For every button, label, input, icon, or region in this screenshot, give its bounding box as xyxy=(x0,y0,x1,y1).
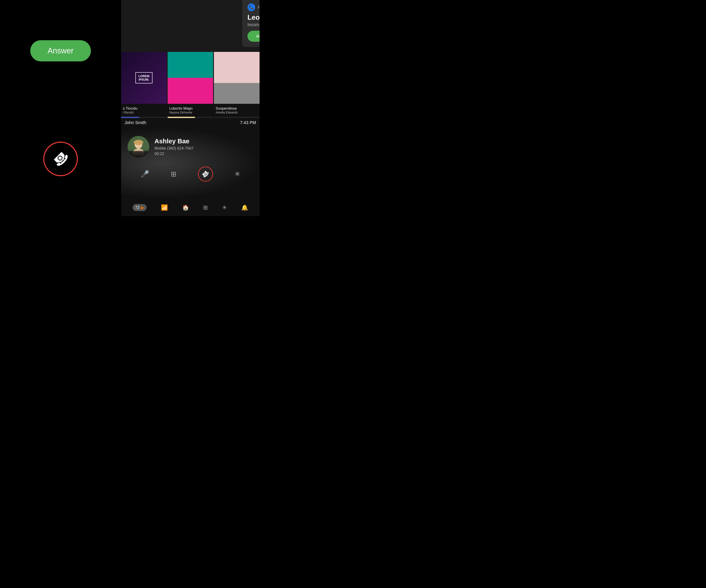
bottom-nav: 72 ▶ 📶 🏠 ⊞ ✳ 🔔 xyxy=(121,199,260,216)
notif-answer-button[interactable]: Answer xyxy=(247,31,260,42)
caller-avatar xyxy=(128,136,149,158)
card-title-main-1: s Tincidu xyxy=(123,107,165,111)
card-title-main-3: Suspendisse xyxy=(215,107,258,111)
notif-caller-name: Leon Hunt xyxy=(247,13,260,22)
caller-number: Mobile (360) 624-7567 xyxy=(154,146,253,151)
end-call-icon: ☎ xyxy=(50,149,71,169)
left-panel: Answer ☎ xyxy=(0,0,121,216)
card-title-main-2: Lobortis Magn xyxy=(169,107,211,111)
nav-badge-number: 72 xyxy=(135,205,140,210)
notif-buttons: Answer Decline xyxy=(247,31,260,42)
notif-header: 📞 Phone xyxy=(247,3,260,11)
media-cards-section: LOREMIPSUM. xyxy=(121,52,260,104)
mute-icon: 🎤 xyxy=(141,170,149,178)
svg-point-2 xyxy=(132,149,145,158)
nav-item-grid[interactable]: ⊞ xyxy=(203,204,208,211)
answer-button-large[interactable]: Answer xyxy=(30,40,91,61)
nav-badge[interactable]: 72 ▶ xyxy=(132,204,147,211)
bell-icon: 🔔 xyxy=(241,204,248,211)
call-list-name: John Smith xyxy=(125,120,146,125)
end-call-icon: ☎ xyxy=(200,169,210,179)
caller-details: Ashley Bae Mobile (360) 624-7567 00:22 xyxy=(154,137,253,156)
home-icon: 🏠 xyxy=(182,204,189,211)
nav-item-fan[interactable]: ✳ xyxy=(222,204,227,211)
media-card-1[interactable]: LOREMIPSUM. xyxy=(121,52,167,104)
svg-rect-3 xyxy=(128,151,149,158)
nav-item-bell[interactable]: 🔔 xyxy=(241,204,248,211)
nav-badge-arrow-icon: ▶ xyxy=(141,205,144,210)
fan-icon: ✳ xyxy=(222,204,227,211)
end-call-button[interactable]: ☎ xyxy=(198,166,213,181)
call-duration: 00:22 xyxy=(154,152,253,156)
card-title-sub-3: Amelia Edwards xyxy=(215,111,258,114)
media-card-3[interactable] xyxy=(214,52,260,104)
mute-button[interactable]: 🎤 xyxy=(141,170,149,178)
card-title-item-3: Suspendisse Amelia Edwards xyxy=(214,106,260,115)
caller-name: Ashley Bae xyxy=(154,137,253,145)
phone-app-icon: 📞 xyxy=(247,3,255,11)
call-info-row: John Smith 7:43 PM xyxy=(121,118,260,127)
nav-item-signal[interactable]: 📶 xyxy=(161,204,168,211)
nav-item-home[interactable]: 🏠 xyxy=(182,204,189,211)
notif-app-name: Phone xyxy=(258,5,260,10)
bluetooth-button[interactable]: ✳ xyxy=(234,170,240,178)
right-panel: 📞 Phone Leon Hunt Incoming call Answer D… xyxy=(121,0,260,216)
media-card-2[interactable] xyxy=(168,52,213,104)
bluetooth-icon: ✳ xyxy=(234,170,240,178)
caller-info: Ashley Bae Mobile (360) 624-7567 00:22 xyxy=(121,136,260,158)
end-call-circle[interactable]: ☎ xyxy=(43,141,78,176)
cards-titles: s Tincidu i Ryushi Lobortis Magn Nayara … xyxy=(121,104,260,117)
card-title-sub-1: i Ryushi xyxy=(123,111,165,114)
keypad-icon: ⊞ xyxy=(171,170,176,178)
lorem-ipsum-text: LOREMIPSUM. xyxy=(135,72,153,83)
call-controls: 🎤 ⊞ ☎ ✳ xyxy=(121,166,260,181)
card-title-item-2: Lobortis Magn Nayara Defuente xyxy=(168,106,213,115)
keypad-button[interactable]: ⊞ xyxy=(171,170,176,178)
call-time: 7:43 PM xyxy=(240,120,256,125)
notif-call-status: Incoming call xyxy=(247,22,260,27)
active-call-panel: Ashley Bae Mobile (360) 624-7567 00:22 🎤… xyxy=(121,127,260,199)
svg-point-4 xyxy=(134,140,143,145)
signal-icon: 📶 xyxy=(161,204,168,211)
notification-popup: 📞 Phone Leon Hunt Incoming call Answer D… xyxy=(242,0,260,47)
card-title-item-1: s Tincidu i Ryushi xyxy=(121,106,167,115)
grid-icon: ⊞ xyxy=(203,204,208,211)
card-title-sub-2: Nayara Defuente xyxy=(169,111,211,114)
